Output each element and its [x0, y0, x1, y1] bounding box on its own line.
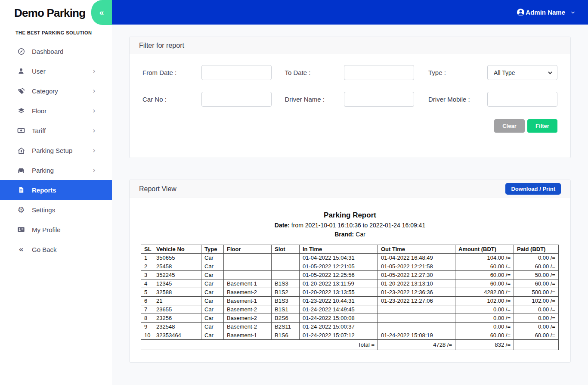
type-label: Type :: [428, 69, 487, 76]
table-cell: Car: [201, 331, 224, 340]
sidebar-item-floor[interactable]: Floor›: [0, 101, 112, 121]
report-view: Parking Report Date:from 2021-10-01 16:1…: [130, 198, 570, 362]
filter-button[interactable]: Filter: [527, 119, 557, 133]
table-cell: 0.00 /=: [455, 305, 514, 314]
sidebar-item-label: Floor: [32, 107, 46, 115]
table-cell: 4: [141, 279, 153, 288]
admin-menu[interactable]: Admin Name: [517, 8, 576, 16]
chevron-right-icon: ›: [93, 67, 96, 75]
table-cell: 60.00 /=: [514, 262, 559, 271]
table-cell: 32353464: [153, 331, 201, 340]
table-row: 621CarBasement-1B1S301-23-2022 10:44:310…: [141, 297, 559, 305]
sidebar-item-go-back[interactable]: «Go Back: [0, 239, 112, 259]
to-date-control-wrap: [344, 65, 414, 80]
report-date-text: from 2021-10-01 16:10:36 to 2022-01-24 1…: [291, 222, 425, 229]
table-cell: 1: [141, 254, 153, 262]
report-brand-label: Brand:: [334, 231, 354, 238]
driver-mobile-control-wrap: [487, 92, 557, 107]
table-cell: Basement-1: [224, 297, 272, 305]
filter-buttons: Clear Filter: [142, 119, 557, 133]
table-cell: [378, 305, 455, 314]
table-cell: Car: [201, 288, 224, 297]
collapse-icon: «: [99, 8, 104, 17]
column-header-out-time: Out Time: [378, 245, 455, 254]
table-cell: 01-04-2022 15:04:31: [300, 254, 378, 262]
table-cell: Car: [201, 323, 224, 331]
table-cell: [224, 254, 272, 262]
table-row: 532588CarBasement-2B1S201-20-2022 13:13:…: [141, 288, 559, 297]
user-circle-icon: [517, 8, 525, 16]
download-print-button[interactable]: Download / Print: [505, 183, 561, 195]
table-cell: Car: [201, 279, 224, 288]
chevron-right-icon: ›: [93, 146, 96, 155]
chevron-right-icon: ›: [93, 87, 96, 95]
column-header-sl: SL: [141, 245, 153, 254]
sidebar-item-reports[interactable]: Reports: [0, 180, 112, 200]
table-cell: Basement-2: [224, 305, 272, 314]
table-cell: [378, 323, 455, 331]
table-cell: 60.00 /=: [455, 271, 514, 279]
table-row: 723655CarBasement-2B1S101-24-2022 14:49:…: [141, 305, 559, 314]
sidebar-item-label: My Profile: [32, 226, 61, 233]
table-cell: Basement-1: [224, 279, 272, 288]
filter-panel-title: Filter for report: [139, 42, 184, 50]
sidebar-item-parking-setup[interactable]: Parking Setup›: [0, 140, 112, 160]
sidebar-item-category[interactable]: Category›: [0, 81, 112, 101]
table-cell: 0.00 /=: [514, 254, 559, 262]
table-cell: [224, 271, 272, 279]
clear-button[interactable]: Clear: [494, 119, 525, 133]
table-cell: B1S1: [272, 305, 300, 314]
total-label: Total =: [141, 340, 378, 350]
table-cell: 60.00 /=: [514, 331, 559, 340]
column-header-in-time: In Time: [300, 245, 378, 254]
report-panel-header: Report View Download / Print: [130, 180, 570, 198]
user-icon: [16, 68, 26, 75]
table-cell: 3: [141, 271, 153, 279]
table-cell: Car: [201, 314, 224, 323]
sidebar-item-tariff[interactable]: Tariff›: [0, 121, 112, 140]
type-control-wrap: All Type: [487, 65, 557, 80]
table-cell: 60.00 /=: [514, 279, 559, 288]
total-amount: 4728 /=: [378, 340, 455, 350]
column-header-slot: Slot: [272, 245, 300, 254]
sidebar-nav: DashboardUser›Category›Floor›Tariff›Park…: [0, 41, 112, 259]
table-cell: 8: [141, 314, 153, 323]
sidebar-item-parking[interactable]: Parking›: [0, 160, 112, 180]
table-cell: 25458: [153, 262, 201, 271]
sidebar-collapse-button[interactable]: «: [91, 0, 112, 25]
chevron-right-icon: ›: [93, 126, 96, 135]
table-cell: [272, 271, 300, 279]
sidebar-item-label: Reports: [32, 186, 56, 194]
from-date-input[interactable]: [201, 65, 272, 80]
car-no-label: Car No :: [142, 96, 201, 103]
to-date-input[interactable]: [344, 65, 414, 80]
sidebar-item-my-profile[interactable]: My Profile: [0, 220, 112, 239]
sidebar-item-label: Category: [32, 87, 58, 95]
driver-mobile-input[interactable]: [487, 92, 557, 107]
chevron-down-icon: [570, 9, 576, 16]
table-cell: Car: [201, 305, 224, 314]
table-cell: 2: [141, 262, 153, 271]
table-cell: 6: [141, 297, 153, 305]
table-cell: 21: [153, 297, 201, 305]
table-cell: 102.00 /=: [514, 297, 559, 305]
sidebar-item-dashboard[interactable]: Dashboard: [0, 41, 112, 61]
table-cell: 01-05-2022 12:21:58: [378, 262, 455, 271]
from-date-label: From Date :: [142, 69, 201, 76]
chevron-right-icon: ›: [93, 106, 96, 115]
driver-name-input[interactable]: [344, 92, 414, 107]
car-no-input[interactable]: [201, 92, 272, 107]
table-cell: Car: [201, 271, 224, 279]
table-cell: 01-23-2022 12:27:06: [378, 297, 455, 305]
sidebar-item-settings[interactable]: ⚙Settings: [0, 200, 112, 220]
report-panel-title: Report View: [139, 185, 176, 193]
sidebar-item-user[interactable]: User›: [0, 61, 112, 81]
table-row: 225458Car01-05-2022 12:21:0501-05-2022 1…: [141, 262, 559, 271]
column-header-vehicle-no: Vehicle No: [153, 245, 201, 254]
type-select[interactable]: All Type: [487, 65, 557, 80]
table-row: 1350655Car01-04-2022 15:04:3101-04-2022 …: [141, 254, 559, 262]
table-cell: 5: [141, 288, 153, 297]
table-row: 412345CarBasement-1B1S301-20-2022 13:11:…: [141, 279, 559, 288]
table-cell: B1S3: [272, 297, 300, 305]
table-cell: 232548: [153, 323, 201, 331]
